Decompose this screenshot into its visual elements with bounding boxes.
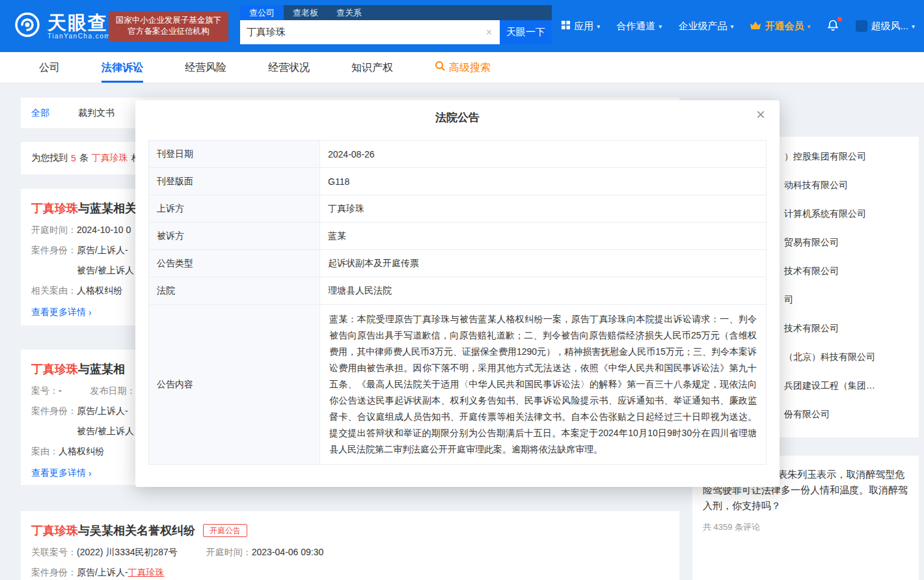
field-label: 发布日期： xyxy=(90,385,136,396)
nav-partner-label: 合作通道 xyxy=(616,20,655,33)
field-value: 理塘县人民法院 xyxy=(320,277,767,305)
field-value: 2024-10-10 0 xyxy=(77,225,131,235)
search-tab-company[interactable]: 查公司 xyxy=(240,5,284,20)
field-label: 公告类型 xyxy=(149,250,320,277)
field-value: 原告/上诉人- xyxy=(77,245,128,255)
field-label: 开庭时间： xyxy=(31,225,77,235)
nav-super-risk[interactable]: 超级风... ▾ xyxy=(856,20,915,33)
chevron-down-icon: ▾ xyxy=(597,23,600,30)
chevron-right-icon: › xyxy=(88,468,92,478)
case-title-text: 与蓝某相关 xyxy=(78,202,137,215)
eye-logo-icon xyxy=(13,10,42,42)
nav-partner-channel[interactable]: 合作通道 ▾ xyxy=(616,20,662,33)
nav-apps[interactable]: 应用 ▾ xyxy=(561,20,600,33)
field-label: 案号： xyxy=(31,385,59,396)
header: 天眼查 TianYanCha.com 国家中小企业发展子基金旗下 官方备案企业征… xyxy=(0,0,924,52)
tab-company[interactable]: 公司 xyxy=(39,52,60,83)
nav-open-vip[interactable]: 开通会员 ▾ xyxy=(750,20,810,33)
tab-lawsuit[interactable]: 法律诉讼 xyxy=(102,52,143,83)
content-area: 全部 裁判文书 法 为您找到 5 条 丁真珍珠 相 丁真珍珠与蓝某相关 开庭时间… xyxy=(0,83,924,580)
search-input[interactable] xyxy=(247,27,485,38)
chevron-right-icon: › xyxy=(88,307,92,318)
brand-name: 天眼查 xyxy=(48,13,111,33)
nav-enterprise-label: 企业级产品 xyxy=(678,20,727,33)
tab-advanced-search[interactable]: 高级搜索 xyxy=(435,52,491,83)
results-number: 5 xyxy=(71,153,76,163)
field-value: 丁真珍珠 xyxy=(320,195,767,223)
notification-bell[interactable] xyxy=(826,19,839,34)
tab-business-risk[interactable]: 经营风险 xyxy=(185,52,226,83)
notification-dot xyxy=(837,17,842,21)
table-row: 被诉方 蓝某 xyxy=(149,223,767,250)
page: 天眼查 TianYanCha.com 国家中小企业发展子基金旗下 官方备案企业征… xyxy=(0,0,924,580)
search-type-tabs: 查公司 查老板 查关系 xyxy=(240,5,552,20)
field-value: 原告/上诉人- xyxy=(77,567,128,577)
comments-count: 共 4359 条评论 xyxy=(703,521,908,533)
nav-enterprise-products[interactable]: 企业级产品 ▾ xyxy=(678,20,733,33)
more-details-label: 查看更多详情 xyxy=(31,467,86,479)
tab-intellectual-property[interactable]: 知识产权 xyxy=(351,52,393,83)
search-button[interactable]: 天眼一下 xyxy=(500,20,552,44)
field-value: - xyxy=(59,385,62,396)
modal-title: 法院公告 xyxy=(135,100,780,125)
tianyancha-logo[interactable]: 天眼查 TianYanCha.com xyxy=(13,10,111,42)
crown-icon xyxy=(750,21,761,32)
field-label: 案由： xyxy=(31,446,59,456)
field-label: 开庭时间： xyxy=(206,547,252,557)
table-row: 法院 理塘县人民法院 xyxy=(149,277,767,305)
chevron-down-icon: ▾ xyxy=(659,23,662,30)
header-nav: 应用 ▾ 合作通道 ▾ 企业级产品 ▾ 开通会员 ▾ xyxy=(561,0,915,52)
more-details-link[interactable]: 查看更多详情 › xyxy=(31,467,116,479)
case-title-text: 与吴某相关名誉权纠纷 xyxy=(78,524,195,537)
field-label: 关联案号： xyxy=(31,547,77,557)
tab-operating-status[interactable]: 经营状况 xyxy=(268,52,310,83)
field-value: 2024-08-26 xyxy=(320,141,767,168)
field-label: 公告内容 xyxy=(149,305,320,465)
filter-all[interactable]: 全部 xyxy=(31,107,49,119)
table-row: 刊登版面 G118 xyxy=(149,168,767,195)
close-icon[interactable]: × xyxy=(756,107,765,122)
field-value: 被告/被上诉人 xyxy=(77,426,134,436)
field-label: 被诉方 xyxy=(149,223,320,250)
gov-certification-badge: 国家中小企业发展子基金旗下 官方备案企业征信机构 xyxy=(109,11,228,42)
field-label: 刊登日期 xyxy=(149,141,320,168)
field-label: 案件身份： xyxy=(31,567,77,577)
results-prefix: 为您找到 xyxy=(31,152,68,164)
field-value: 人格权纠纷 xyxy=(77,285,122,296)
search-icon xyxy=(435,52,445,83)
chevron-down-icon: ▾ xyxy=(807,23,810,30)
chevron-down-icon: ▾ xyxy=(912,23,915,30)
field-value: (2022) 川3334民初287号 xyxy=(77,547,178,557)
chevron-down-icon: ▾ xyxy=(730,23,733,30)
search-input-wrap: × xyxy=(240,20,500,44)
result-card: 丁真珍珠与吴某相关名誉权纠纷 开庭公告 关联案号：(2022) 川3334民初2… xyxy=(21,511,679,580)
results-unit: 条 xyxy=(79,152,88,164)
brand-domain: TianYanCha.com xyxy=(48,33,111,40)
clear-search-icon[interactable]: × xyxy=(485,27,493,38)
nav-apps-label: 应用 xyxy=(574,20,593,33)
case-title-text: 与蓝某相 xyxy=(78,363,125,376)
field-label: 案件身份： xyxy=(31,245,77,255)
keyword-highlight: 丁真珍珠 xyxy=(31,363,78,376)
search-tab-boss[interactable]: 查老板 xyxy=(284,5,327,20)
gov-badge-line2: 官方备案企业征信机构 xyxy=(109,26,228,37)
filter-judgment-documents[interactable]: 裁判文书 xyxy=(78,107,115,119)
advanced-search-label: 高级搜索 xyxy=(449,52,491,83)
field-label: 刊登版面 xyxy=(149,168,320,195)
more-details-link[interactable]: 查看更多详情 › xyxy=(31,307,116,318)
field-label: 相关案由： xyxy=(31,285,77,296)
announcement-table: 刊登日期 2024-08-26 刊登版面 G118 上诉方 丁真珍珠 被诉方 蓝… xyxy=(148,140,767,465)
case-title[interactable]: 丁真珍珠与吴某相关名誉权纠纷 开庭公告 xyxy=(31,523,669,538)
table-row: 刊登日期 2024-08-26 xyxy=(149,141,767,168)
risk-product-icon xyxy=(856,20,867,32)
search-block: 查公司 查老板 查关系 × 天眼一下 xyxy=(240,5,552,44)
field-label: 上诉方 xyxy=(149,195,320,223)
field-label: 法院 xyxy=(149,277,320,305)
field-value: 被告/被上诉人 xyxy=(77,265,134,275)
party-name-link[interactable]: 丁真珍珠 xyxy=(128,567,165,577)
table-row: 上诉方 丁真珍珠 xyxy=(149,195,767,223)
search-tab-relation[interactable]: 查关系 xyxy=(327,5,371,20)
keyword-highlight: 丁真珍珠 xyxy=(31,202,78,215)
grid-icon xyxy=(561,20,571,32)
table-row: 公告内容 蓝某：本院受理原告丁真珍珠与被告蓝某人格权纠纷一案，原告丁真珍珠向本院… xyxy=(149,305,767,465)
